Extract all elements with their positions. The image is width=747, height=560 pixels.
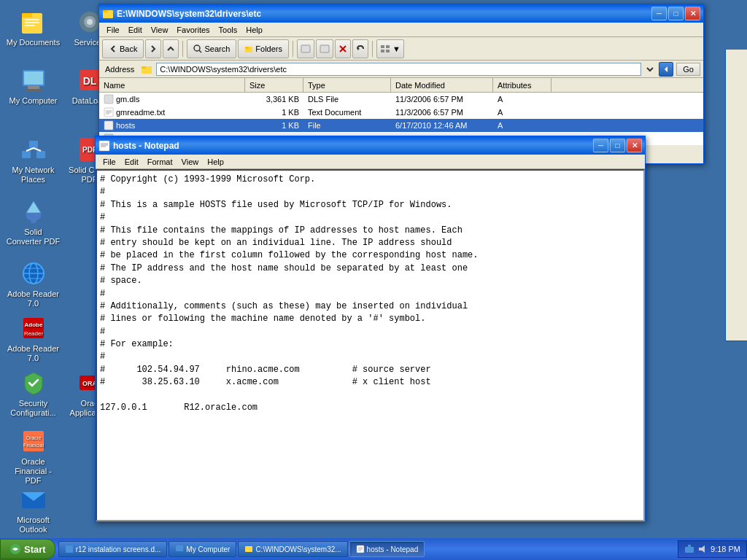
col-type[interactable]: Type: [303, 78, 391, 92]
notepad-text-area[interactable]: # Copyright (c) 1993-1999 Microsoft Corp…: [96, 169, 645, 521]
notepad-menu-format[interactable]: Format: [143, 156, 177, 168]
col-name[interactable]: Name: [99, 78, 245, 92]
explorer-window-controls: ─ □ ✕: [651, 7, 700, 20]
desktop-icon-oracle-fin-label: Oracle Financial - PDF: [6, 457, 61, 486]
svg-rect-51: [386, 50, 390, 52]
file-row[interactable]: gmreadme.txt 1 KB Text Document 11/3/200…: [99, 106, 703, 119]
svg-marker-21: [26, 201, 41, 213]
search-button[interactable]: Search: [187, 39, 236, 58]
notepad-menu: File Edit Format View Help: [96, 155, 645, 169]
task-r12[interactable]: r12 instalation screens.d...: [58, 541, 168, 557]
task-windows-system[interactable]: C:\WINDOWS\system32...: [238, 541, 347, 557]
toolbar-sep2: [293, 41, 293, 57]
explorer-title-text: E:\WINDOWS\system32\drivers\etc: [117, 9, 651, 19]
desktop-icon-my-documents-label: My Documents: [6, 38, 61, 47]
explorer-menu-file[interactable]: File: [102, 24, 124, 36]
desktop-icon-security[interactable]: Security Configurati...: [6, 368, 61, 418]
explorer-menu: File Edit View Favorites Tools Help: [99, 23, 703, 37]
notepad-menu-file[interactable]: File: [98, 156, 120, 168]
svg-rect-50: [381, 50, 384, 52]
notepad-menu-view[interactable]: View: [177, 156, 204, 168]
tray-volume-icon: [697, 544, 708, 554]
explorer-menu-favorites[interactable]: Favorites: [172, 24, 214, 36]
desktop-icon-recycle-label: Solid Converter PDF: [6, 228, 61, 246]
col-size[interactable]: Size: [245, 78, 303, 92]
notepad-minimize-btn[interactable]: ─: [593, 139, 608, 152]
svg-rect-32: [23, 431, 44, 451]
desktop-icon-adobe[interactable]: AdobeReader Adobe Reader 7.0: [6, 314, 61, 363]
address-input[interactable]: C:\WINDOWS\system32\drivers\etc: [156, 63, 641, 76]
svg-line-18: [34, 148, 41, 151]
svg-marker-75: [699, 545, 705, 553]
task-notepad[interactable]: hosts - Notepad: [349, 541, 425, 557]
svg-rect-66: [66, 545, 73, 553]
col-date[interactable]: Date Modified: [391, 78, 493, 92]
svg-rect-4: [25, 25, 35, 26]
views-button[interactable]: ▼: [376, 39, 404, 58]
delete-button[interactable]: [335, 39, 351, 58]
taskbar-tasks: r12 instalation screens.d... My Computer…: [58, 541, 678, 557]
toolbar-sep3: [372, 41, 373, 57]
svg-rect-15: [36, 151, 45, 158]
svg-rect-73: [685, 547, 694, 553]
file-list-header: Name Size Type Date Modified Attributes: [99, 78, 703, 93]
address-dropdown-icon[interactable]: [644, 63, 656, 75]
start-button[interactable]: Start: [0, 539, 55, 559]
copy-to-button[interactable]: [316, 39, 333, 58]
explorer-menu-view[interactable]: View: [147, 24, 173, 36]
notepad-menu-help[interactable]: Help: [203, 156, 228, 168]
notepad-close-btn[interactable]: ✕: [627, 139, 642, 152]
explorer-maximize-btn[interactable]: □: [668, 7, 684, 20]
move-to-button[interactable]: [297, 39, 314, 58]
explorer-menu-help[interactable]: Help: [241, 24, 267, 36]
address-go-prev[interactable]: [659, 62, 673, 77]
go-button[interactable]: Go: [676, 63, 700, 76]
notepad-titlebar[interactable]: hosts - Notepad ─ □ ✕: [96, 136, 645, 155]
svg-rect-68: [245, 546, 252, 552]
svg-rect-67: [176, 545, 183, 551]
system-tray: 9:18 PM: [678, 540, 747, 558]
notepad-maximize-btn[interactable]: □: [610, 139, 625, 152]
svg-rect-38: [103, 10, 107, 12]
folders-button[interactable]: Folders: [238, 39, 289, 58]
explorer-menu-tools[interactable]: Tools: [214, 24, 242, 36]
explorer-address-bar: Address C:\WINDOWS\system32\drivers\etc …: [99, 61, 703, 78]
desktop-icon-my-documents[interactable]: My Documents: [6, 7, 61, 47]
desktop-icon-network-label: My Network Places: [6, 166, 61, 184]
file-row-hosts[interactable]: hosts 1 KB File 6/17/2010 12:46 AM A: [99, 119, 703, 132]
address-value: C:\WINDOWS\system32\drivers\etc: [160, 65, 287, 74]
svg-rect-2: [25, 19, 39, 20]
address-folder-icon: [140, 63, 153, 76]
up-button[interactable]: [163, 39, 179, 58]
desktop-icon-recycle[interactable]: Solid Converter PDF: [6, 197, 61, 246]
file-row[interactable]: gm.dls 3,361 KB DLS File 11/3/2006 6:57 …: [99, 93, 703, 106]
svg-rect-74: [688, 545, 691, 548]
explorer-close-btn[interactable]: ✕: [685, 7, 700, 20]
notepad-window: hosts - Notepad ─ □ ✕ File Edit Format V…: [95, 136, 646, 522]
svg-text:Oracle: Oracle: [26, 435, 41, 440]
task-notepad-label: hosts - Notepad: [367, 545, 419, 553]
desktop-icon-ie-label: Adobe Reader 7.0: [6, 289, 61, 308]
svg-rect-1: [22, 13, 32, 18]
svg-text:Adobe: Adobe: [24, 322, 42, 328]
taskbar: Start r12 instalation screens.d... My Co…: [0, 538, 747, 560]
back-button[interactable]: Back: [102, 39, 144, 58]
desktop-icon-network[interactable]: My Network Places: [6, 135, 61, 184]
explorer-menu-edit[interactable]: Edit: [124, 24, 147, 36]
desktop-icon-outlook[interactable]: Microsoft Outlook: [6, 485, 61, 534]
forward-button[interactable]: [145, 39, 161, 58]
undo-button[interactable]: [352, 39, 368, 58]
desktop-icon-oracle-fin[interactable]: OracleFinancial Oracle Financial - PDF: [6, 427, 61, 486]
svg-rect-16: [29, 141, 38, 148]
task-mycomputer[interactable]: My Computer: [169, 541, 236, 557]
col-attr[interactable]: Attributes: [493, 78, 551, 92]
explorer-titlebar[interactable]: E:\WINDOWS\system32\drivers\etc ─ □ ✕: [99, 4, 703, 23]
svg-rect-59: [104, 121, 113, 130]
desktop-icon-ie[interactable]: Adobe Reader 7.0: [6, 259, 61, 308]
desktop-icon-my-computer[interactable]: My Computer: [6, 66, 61, 106]
svg-rect-10: [28, 86, 39, 89]
notepad-menu-edit[interactable]: Edit: [120, 156, 143, 168]
start-label: Start: [24, 544, 46, 555]
explorer-minimize-btn[interactable]: ─: [651, 7, 667, 20]
toolbar-sep1: [182, 41, 183, 57]
